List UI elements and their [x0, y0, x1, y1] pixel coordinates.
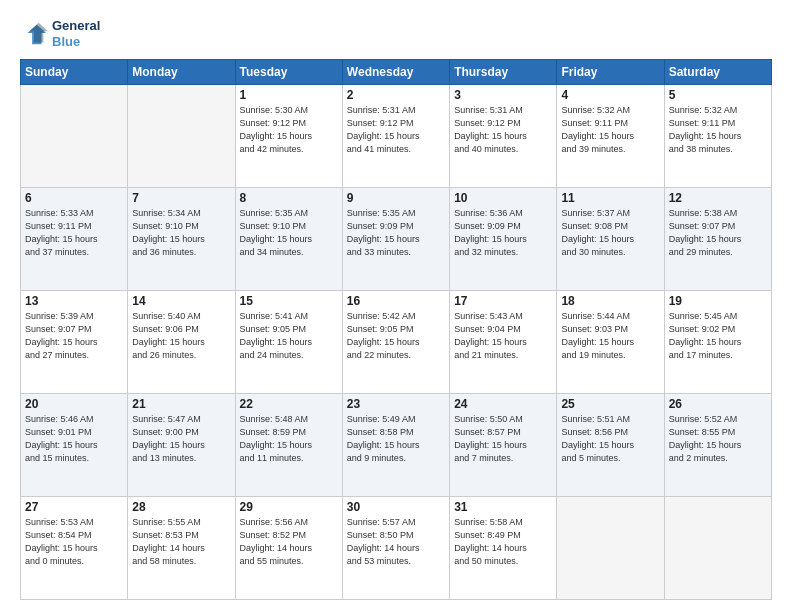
header: General Blue [20, 18, 772, 49]
day-info: Sunrise: 5:43 AM Sunset: 9:04 PM Dayligh… [454, 310, 552, 362]
calendar-day-cell [557, 497, 664, 600]
day-number: 14 [132, 294, 230, 308]
calendar-header-row: SundayMondayTuesdayWednesdayThursdayFrid… [21, 60, 772, 85]
day-info: Sunrise: 5:34 AM Sunset: 9:10 PM Dayligh… [132, 207, 230, 259]
day-number: 7 [132, 191, 230, 205]
day-info: Sunrise: 5:52 AM Sunset: 8:55 PM Dayligh… [669, 413, 767, 465]
day-info: Sunrise: 5:57 AM Sunset: 8:50 PM Dayligh… [347, 516, 445, 568]
day-info: Sunrise: 5:39 AM Sunset: 9:07 PM Dayligh… [25, 310, 123, 362]
day-number: 16 [347, 294, 445, 308]
calendar-day-cell [21, 85, 128, 188]
day-info: Sunrise: 5:31 AM Sunset: 9:12 PM Dayligh… [347, 104, 445, 156]
day-number: 27 [25, 500, 123, 514]
day-info: Sunrise: 5:37 AM Sunset: 9:08 PM Dayligh… [561, 207, 659, 259]
day-info: Sunrise: 5:40 AM Sunset: 9:06 PM Dayligh… [132, 310, 230, 362]
calendar-day-cell [128, 85, 235, 188]
day-number: 19 [669, 294, 767, 308]
day-info: Sunrise: 5:33 AM Sunset: 9:11 PM Dayligh… [25, 207, 123, 259]
calendar-day-cell: 28Sunrise: 5:55 AM Sunset: 8:53 PM Dayli… [128, 497, 235, 600]
calendar-day-cell: 4Sunrise: 5:32 AM Sunset: 9:11 PM Daylig… [557, 85, 664, 188]
logo-icon [20, 20, 48, 48]
calendar-day-cell: 31Sunrise: 5:58 AM Sunset: 8:49 PM Dayli… [450, 497, 557, 600]
day-info: Sunrise: 5:48 AM Sunset: 8:59 PM Dayligh… [240, 413, 338, 465]
day-info: Sunrise: 5:56 AM Sunset: 8:52 PM Dayligh… [240, 516, 338, 568]
calendar-day-cell: 5Sunrise: 5:32 AM Sunset: 9:11 PM Daylig… [664, 85, 771, 188]
day-number: 25 [561, 397, 659, 411]
day-number: 20 [25, 397, 123, 411]
weekday-header: Wednesday [342, 60, 449, 85]
day-number: 10 [454, 191, 552, 205]
day-info: Sunrise: 5:35 AM Sunset: 9:09 PM Dayligh… [347, 207, 445, 259]
day-number: 31 [454, 500, 552, 514]
day-number: 26 [669, 397, 767, 411]
day-number: 30 [347, 500, 445, 514]
calendar-day-cell: 12Sunrise: 5:38 AM Sunset: 9:07 PM Dayli… [664, 188, 771, 291]
day-info: Sunrise: 5:49 AM Sunset: 8:58 PM Dayligh… [347, 413, 445, 465]
day-number: 4 [561, 88, 659, 102]
day-number: 24 [454, 397, 552, 411]
calendar-week-row: 13Sunrise: 5:39 AM Sunset: 9:07 PM Dayli… [21, 291, 772, 394]
day-info: Sunrise: 5:55 AM Sunset: 8:53 PM Dayligh… [132, 516, 230, 568]
day-number: 12 [669, 191, 767, 205]
calendar-day-cell: 17Sunrise: 5:43 AM Sunset: 9:04 PM Dayli… [450, 291, 557, 394]
day-number: 23 [347, 397, 445, 411]
calendar-day-cell: 3Sunrise: 5:31 AM Sunset: 9:12 PM Daylig… [450, 85, 557, 188]
calendar-week-row: 1Sunrise: 5:30 AM Sunset: 9:12 PM Daylig… [21, 85, 772, 188]
calendar-day-cell: 25Sunrise: 5:51 AM Sunset: 8:56 PM Dayli… [557, 394, 664, 497]
day-number: 5 [669, 88, 767, 102]
day-number: 21 [132, 397, 230, 411]
day-info: Sunrise: 5:35 AM Sunset: 9:10 PM Dayligh… [240, 207, 338, 259]
day-info: Sunrise: 5:41 AM Sunset: 9:05 PM Dayligh… [240, 310, 338, 362]
day-info: Sunrise: 5:58 AM Sunset: 8:49 PM Dayligh… [454, 516, 552, 568]
day-number: 2 [347, 88, 445, 102]
calendar-day-cell: 21Sunrise: 5:47 AM Sunset: 9:00 PM Dayli… [128, 394, 235, 497]
day-info: Sunrise: 5:46 AM Sunset: 9:01 PM Dayligh… [25, 413, 123, 465]
day-number: 13 [25, 294, 123, 308]
day-info: Sunrise: 5:36 AM Sunset: 9:09 PM Dayligh… [454, 207, 552, 259]
day-number: 1 [240, 88, 338, 102]
calendar-day-cell: 26Sunrise: 5:52 AM Sunset: 8:55 PM Dayli… [664, 394, 771, 497]
day-number: 8 [240, 191, 338, 205]
page: General Blue SundayMondayTuesdayWednesda… [0, 0, 792, 612]
calendar-day-cell: 7Sunrise: 5:34 AM Sunset: 9:10 PM Daylig… [128, 188, 235, 291]
calendar-day-cell: 16Sunrise: 5:42 AM Sunset: 9:05 PM Dayli… [342, 291, 449, 394]
weekday-header: Thursday [450, 60, 557, 85]
weekday-header: Sunday [21, 60, 128, 85]
calendar-day-cell: 9Sunrise: 5:35 AM Sunset: 9:09 PM Daylig… [342, 188, 449, 291]
calendar-day-cell: 15Sunrise: 5:41 AM Sunset: 9:05 PM Dayli… [235, 291, 342, 394]
calendar-week-row: 6Sunrise: 5:33 AM Sunset: 9:11 PM Daylig… [21, 188, 772, 291]
calendar-day-cell [664, 497, 771, 600]
day-number: 18 [561, 294, 659, 308]
calendar-day-cell: 27Sunrise: 5:53 AM Sunset: 8:54 PM Dayli… [21, 497, 128, 600]
day-number: 22 [240, 397, 338, 411]
calendar-day-cell: 29Sunrise: 5:56 AM Sunset: 8:52 PM Dayli… [235, 497, 342, 600]
day-info: Sunrise: 5:53 AM Sunset: 8:54 PM Dayligh… [25, 516, 123, 568]
day-info: Sunrise: 5:38 AM Sunset: 9:07 PM Dayligh… [669, 207, 767, 259]
day-info: Sunrise: 5:31 AM Sunset: 9:12 PM Dayligh… [454, 104, 552, 156]
weekday-header: Friday [557, 60, 664, 85]
calendar-day-cell: 18Sunrise: 5:44 AM Sunset: 9:03 PM Dayli… [557, 291, 664, 394]
calendar-day-cell: 2Sunrise: 5:31 AM Sunset: 9:12 PM Daylig… [342, 85, 449, 188]
day-info: Sunrise: 5:50 AM Sunset: 8:57 PM Dayligh… [454, 413, 552, 465]
weekday-header: Monday [128, 60, 235, 85]
day-number: 17 [454, 294, 552, 308]
calendar-table: SundayMondayTuesdayWednesdayThursdayFrid… [20, 59, 772, 600]
calendar-day-cell: 8Sunrise: 5:35 AM Sunset: 9:10 PM Daylig… [235, 188, 342, 291]
calendar-day-cell: 1Sunrise: 5:30 AM Sunset: 9:12 PM Daylig… [235, 85, 342, 188]
day-info: Sunrise: 5:47 AM Sunset: 9:00 PM Dayligh… [132, 413, 230, 465]
day-info: Sunrise: 5:32 AM Sunset: 9:11 PM Dayligh… [669, 104, 767, 156]
day-number: 15 [240, 294, 338, 308]
calendar-day-cell: 20Sunrise: 5:46 AM Sunset: 9:01 PM Dayli… [21, 394, 128, 497]
day-number: 9 [347, 191, 445, 205]
calendar-day-cell: 10Sunrise: 5:36 AM Sunset: 9:09 PM Dayli… [450, 188, 557, 291]
weekday-header: Saturday [664, 60, 771, 85]
day-number: 11 [561, 191, 659, 205]
day-info: Sunrise: 5:32 AM Sunset: 9:11 PM Dayligh… [561, 104, 659, 156]
calendar-day-cell: 24Sunrise: 5:50 AM Sunset: 8:57 PM Dayli… [450, 394, 557, 497]
day-info: Sunrise: 5:30 AM Sunset: 9:12 PM Dayligh… [240, 104, 338, 156]
logo-text: General Blue [52, 18, 100, 49]
calendar-day-cell: 6Sunrise: 5:33 AM Sunset: 9:11 PM Daylig… [21, 188, 128, 291]
day-number: 3 [454, 88, 552, 102]
calendar-day-cell: 30Sunrise: 5:57 AM Sunset: 8:50 PM Dayli… [342, 497, 449, 600]
day-info: Sunrise: 5:42 AM Sunset: 9:05 PM Dayligh… [347, 310, 445, 362]
